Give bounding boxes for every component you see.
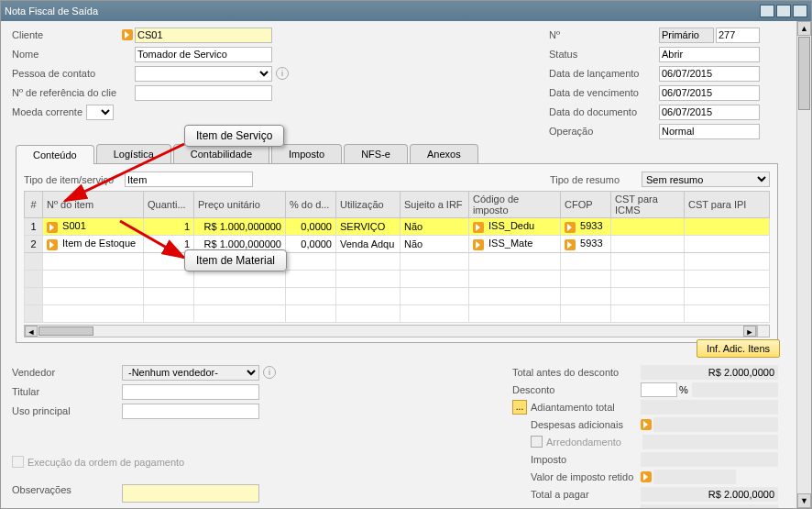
oper-label: Operação (549, 126, 659, 137)
retido-label: Valor de imposto retido (531, 471, 641, 482)
maximize-button[interactable] (776, 5, 791, 17)
venc-label: Data de vencimento (549, 87, 659, 98)
info-icon[interactable]: i (276, 67, 289, 80)
titular-input[interactable] (122, 384, 259, 400)
link-arrow-icon[interactable] (473, 239, 484, 250)
titlebar: Nota Fiscal de Saída (1, 1, 811, 21)
adiant-button[interactable]: ... (512, 400, 527, 415)
cliente-label: Cliente (12, 29, 122, 40)
status-value: Abrir (659, 47, 760, 62)
arred-value (642, 435, 778, 449)
link-arrow-icon[interactable] (565, 239, 576, 250)
table-row[interactable] (25, 288, 770, 305)
tipo-item-input[interactable] (125, 172, 253, 187)
valor-apl-value (641, 504, 778, 510)
tipo-item-label: Tipo de item/serviço (24, 174, 125, 185)
link-arrow-icon[interactable] (122, 29, 133, 40)
tab-strip: Conteúdo Logística Contabilidade Imposto… (16, 144, 778, 164)
resumo-select[interactable]: Sem resumo (642, 172, 770, 187)
info-icon[interactable]: i (263, 366, 276, 379)
close-button[interactable] (793, 5, 807, 17)
imposto-value (641, 452, 778, 467)
col-item[interactable]: Nº do item (43, 192, 144, 218)
total-antes-value: R$ 2.000,0000 (641, 365, 778, 380)
moeda-select[interactable] (86, 105, 114, 120)
total-pagar-label: Total a pagar (531, 489, 641, 500)
col-csticms[interactable]: CST para ICMS (611, 192, 685, 218)
col-num[interactable]: # (25, 192, 43, 218)
desconto-label: Desconto (512, 384, 641, 395)
link-arrow-icon[interactable] (641, 471, 652, 482)
col-codimp[interactable]: Código de imposto (469, 192, 561, 218)
venc-value[interactable]: 06/07/2015 (659, 85, 760, 101)
vendedor-select[interactable]: -Nenhum vendedor- (122, 365, 259, 381)
tab-nfse[interactable]: NFS-e (344, 144, 408, 163)
items-grid[interactable]: # Nº do item Quanti... Preço unitário % … (24, 191, 770, 323)
tab-logistica[interactable]: Logística (96, 144, 171, 163)
no-value[interactable]: 277 (716, 28, 760, 43)
tab-conteudo[interactable]: Conteúdo (16, 145, 94, 164)
col-irf[interactable]: Sujeito a IRF (401, 192, 469, 218)
grid-horizontal-scrollbar[interactable]: ◄► (24, 325, 757, 337)
tab-anexos[interactable]: Anexos (410, 144, 478, 163)
resumo-label: Tipo de resumo (550, 174, 642, 185)
no-label: Nº (549, 29, 659, 40)
col-quant[interactable]: Quanti... (144, 192, 194, 218)
imposto-label: Imposto (531, 454, 641, 465)
table-row[interactable]: 1 S001 1 R$ 1.000,000000 0,0000 SERVIÇO … (25, 218, 770, 236)
col-preco[interactable]: Preço unitário (194, 192, 286, 218)
link-arrow-icon[interactable] (641, 419, 652, 430)
col-cfop[interactable]: CFOP (561, 192, 611, 218)
oper-value[interactable]: Normal (659, 124, 760, 139)
total-antes-label: Total antes do desconto (512, 367, 641, 378)
callout-servico: Item de Serviço (184, 125, 284, 147)
table-row[interactable] (25, 253, 770, 271)
exec-checkbox (12, 456, 24, 468)
arred-label: Arredondamento (546, 437, 642, 448)
link-arrow-icon[interactable] (47, 222, 58, 233)
doc-value[interactable]: 06/07/2015 (659, 105, 760, 120)
uso-input[interactable] (122, 404, 259, 419)
uso-label: Uso principal (12, 405, 122, 416)
valor-apl-label: Valor aplicado (531, 506, 641, 510)
link-arrow-icon[interactable] (565, 222, 576, 233)
link-arrow-icon[interactable] (47, 239, 58, 250)
despesas-value (653, 417, 778, 432)
obs-label: Observações (12, 484, 122, 495)
minimize-button[interactable] (760, 5, 774, 17)
inf-adic-button[interactable]: Inf. Adic. Itens (697, 339, 780, 358)
retido-value (653, 470, 736, 484)
exec-label: Execução da ordem de pagamento (27, 457, 184, 468)
total-pagar-value: R$ 2.000,0000 (641, 487, 778, 502)
vendedor-label: Vendedor (12, 367, 122, 378)
table-row[interactable]: 2 Item de Estoque 1 R$ 1.000,000000 0,00… (25, 236, 770, 253)
tab-contabilidade[interactable]: Contabilidade (173, 144, 269, 163)
contato-select[interactable] (135, 66, 272, 82)
col-util[interactable]: Utilização (336, 192, 401, 218)
doc-label: Data do documento (549, 106, 659, 117)
obs-textarea[interactable] (122, 484, 259, 503)
desconto-value (692, 382, 778, 397)
nome-field[interactable]: Tomador de Servico (135, 47, 272, 62)
table-row[interactable] (25, 305, 770, 323)
no-series[interactable]: Primário (659, 28, 714, 43)
window-title: Nota Fiscal de Saída (5, 6, 98, 17)
col-cstipi[interactable]: CST para IPI (685, 192, 770, 218)
lanc-value[interactable]: 06/07/2015 (659, 66, 760, 82)
nome-label: Nome (12, 49, 122, 60)
vertical-scrollbar[interactable]: ▲ ▼ (796, 21, 811, 508)
desconto-pct-input[interactable] (641, 382, 677, 397)
tab-imposto[interactable]: Imposto (271, 144, 342, 163)
adiant-label: Adiantamento total (531, 402, 641, 413)
pct-suffix: % (679, 384, 688, 395)
lanc-label: Data de lançamento (549, 68, 659, 79)
col-pct[interactable]: % do d... (286, 192, 336, 218)
link-arrow-icon[interactable] (473, 222, 484, 233)
despesas-label: Despesas adicionais (531, 419, 641, 430)
cliente-field[interactable]: CS01 (135, 28, 272, 43)
ref-label: Nº de referência do clie (12, 87, 122, 98)
table-row[interactable] (25, 271, 770, 288)
ref-input[interactable] (135, 85, 272, 101)
moeda-label: Moeda corrente (12, 106, 82, 117)
adiant-value (641, 400, 778, 415)
